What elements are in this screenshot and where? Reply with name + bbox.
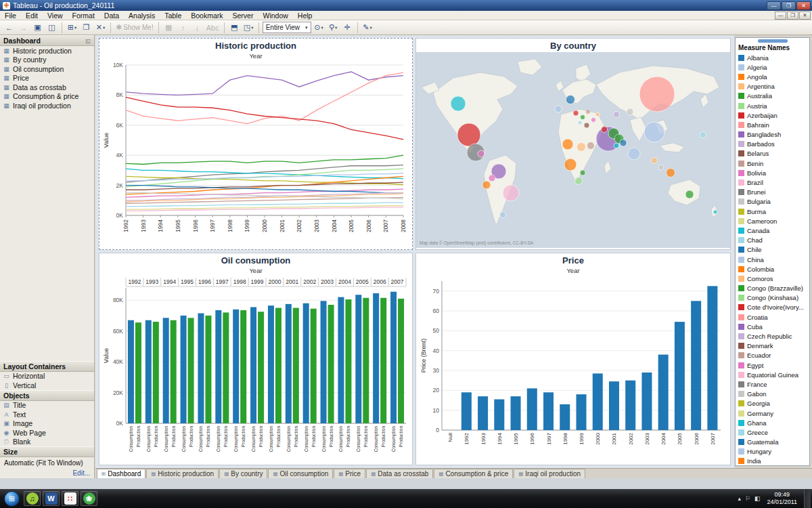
legend-item-colombia[interactable]: Colombia [736,264,809,274]
menu-file[interactable]: File [0,11,21,20]
sidebar-sheet-by-country[interactable]: ▦By country [0,56,94,65]
object-image[interactable]: ▣Image [0,419,94,429]
country-bubble[interactable] [658,165,664,170]
legend-item-cuba[interactable]: Cuba [736,322,809,331]
price-chart[interactable]: 010203040506070Null199219931994199519961… [419,276,727,465]
price-bar[interactable] [511,396,521,430]
country-bubble[interactable] [457,123,480,146]
object-title[interactable]: ▤Title [0,401,94,410]
legend-item-chad[interactable]: Chad [736,236,809,245]
tab-dashboard[interactable]: ⊞Dashboard [97,469,145,478]
layout-vertical[interactable]: ▯Vertical [0,381,94,390]
price-bar[interactable] [609,381,619,430]
legend-item-czech-republic[interactable]: Czech Republic [736,331,809,341]
tab-by-country[interactable]: ▦By country [219,469,267,478]
size-mode-select[interactable]: Automatic (Fit To Window) [0,457,94,468]
tag-button[interactable]: ◳▾ [242,22,255,34]
bar-consumption[interactable] [215,310,221,423]
country-bubble[interactable] [500,212,506,218]
line-series-04[interactable] [126,155,403,164]
country-bubble[interactable] [489,175,495,182]
legend-item-hungary[interactable]: Hungary [736,447,809,457]
forward-button[interactable]: → [17,22,30,34]
edit-button[interactable]: ✎▾ [361,22,374,34]
bar-production[interactable] [223,312,229,423]
price-bar[interactable] [461,392,472,430]
bar-production[interactable] [153,322,159,423]
taskbar-app-games[interactable]: ∷ [62,491,78,506]
legend-item-cote-d-ivoire-ivory[interactable]: Cote d'Ivoire(Ivory... [736,303,809,312]
country-bubble[interactable] [586,110,591,114]
country-bubble[interactable] [575,177,583,185]
bar-production[interactable] [380,298,386,423]
bar-consumption[interactable] [198,314,204,424]
country-bubble[interactable] [451,96,466,111]
mdi-restore-button[interactable]: ❐ [787,12,798,20]
country-bubble[interactable] [685,190,694,198]
tab-price[interactable]: ▦Price [334,469,365,478]
tray-icon-0[interactable]: ▴ [738,495,741,502]
bar-production[interactable] [275,308,281,423]
tab-iraqi-oil-production[interactable]: ▦Iraqi oil production [514,469,585,478]
legend-item-albania[interactable]: Albania [736,53,809,62]
bar-production[interactable] [293,308,299,423]
country-bubble[interactable] [602,127,608,133]
bar-consumption[interactable] [233,310,239,423]
legend-item-brazil[interactable]: Brazil [736,177,809,187]
bar-consumption[interactable] [250,307,256,423]
price-bar[interactable] [691,301,701,430]
bar-production[interactable] [258,312,264,423]
price-bar[interactable] [625,381,635,430]
bar-consumption[interactable] [268,305,274,423]
legend-item-bolivia[interactable]: Bolivia [736,168,809,177]
zoom-button[interactable]: ⚲▾ [327,22,340,34]
price-bar[interactable] [494,400,504,430]
presentation-button[interactable]: ⬒ [228,22,241,34]
country-bubble[interactable] [584,123,589,128]
historic-production-chart[interactable]: 0K2K4K6K8K10K199219931994199519961997199… [102,61,410,245]
legend-item-france[interactable]: France [736,379,809,389]
bar-consumption[interactable] [163,318,169,423]
menu-table[interactable]: Table [160,11,186,20]
sidebar-sheet-data-as-crosstab[interactable]: ▦Data as crosstab [0,83,94,92]
legend-item-egypt[interactable]: Egypt [736,360,809,370]
legend-item-barbados[interactable]: Barbados [736,140,809,149]
sidebar-sheet-price[interactable]: ▦Price [0,74,94,83]
country-bubble[interactable] [587,142,595,150]
country-bubble[interactable] [644,122,664,142]
taskbar-app-word[interactable]: W [43,491,60,506]
legend-item-gabon[interactable]: Gabon [736,389,809,399]
menu-data[interactable]: Data [99,11,124,20]
duplicate-sheet-button[interactable]: ❐ [80,22,93,34]
layout-horizontal[interactable]: ▭Horizontal [0,372,94,381]
tab-historic-production[interactable]: ▦Historic production [146,469,219,478]
legend-item-china[interactable]: China [736,255,809,264]
menu-help[interactable]: Help [293,11,317,20]
country-bubble[interactable] [627,108,633,115]
legend-item-comoros[interactable]: Comoros [736,274,809,283]
by-country-view[interactable]: By country Map data © OpenStreetMap (and… [415,38,731,250]
legend-item-ghana[interactable]: Ghana [736,418,809,427]
legend-item-burma[interactable]: Burma [736,207,809,216]
menu-format[interactable]: Format [68,11,99,20]
legend-item-argentina[interactable]: Argentina [736,82,809,91]
price-bar[interactable] [675,322,685,430]
legend-item-equatorial-guinea[interactable]: Equatorial Guinea [736,370,809,379]
close-button[interactable]: ✕ [796,1,811,10]
historic-production-view[interactable]: Historic production Year 0K2K4K6K8K10K19… [99,38,413,250]
legend-item-greece[interactable]: Greece [736,427,809,437]
back-button[interactable]: ← [3,22,16,34]
legend-item-congo-brazzaville[interactable]: Congo (Brazzaville) [736,284,809,293]
legend-item-benin[interactable]: Benin [736,158,809,168]
view-mode-select[interactable]: Entire View▾ [263,22,311,33]
panel-pin-icon[interactable]: ◱ [85,38,91,44]
country-bubble[interactable] [478,150,484,157]
price-bar[interactable] [543,392,554,430]
country-bubble[interactable] [555,106,562,112]
country-bubble[interactable] [667,169,675,177]
menu-view[interactable]: View [43,11,68,20]
minimize-button[interactable]: — [767,1,781,10]
clear-sheet-button[interactable]: ✕▾ [94,22,107,34]
tab-consumption-price[interactable]: ▦Consumption & price [434,469,513,478]
object-blank[interactable]: □Blank [0,438,94,447]
